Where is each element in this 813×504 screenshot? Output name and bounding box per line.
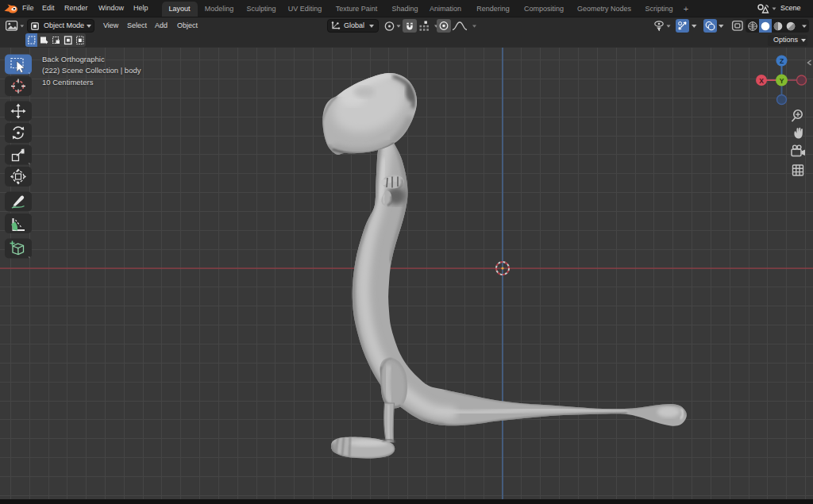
svg-text:Y: Y xyxy=(780,77,784,85)
svg-text:Z: Z xyxy=(780,57,784,65)
svg-text:X: X xyxy=(759,77,764,85)
